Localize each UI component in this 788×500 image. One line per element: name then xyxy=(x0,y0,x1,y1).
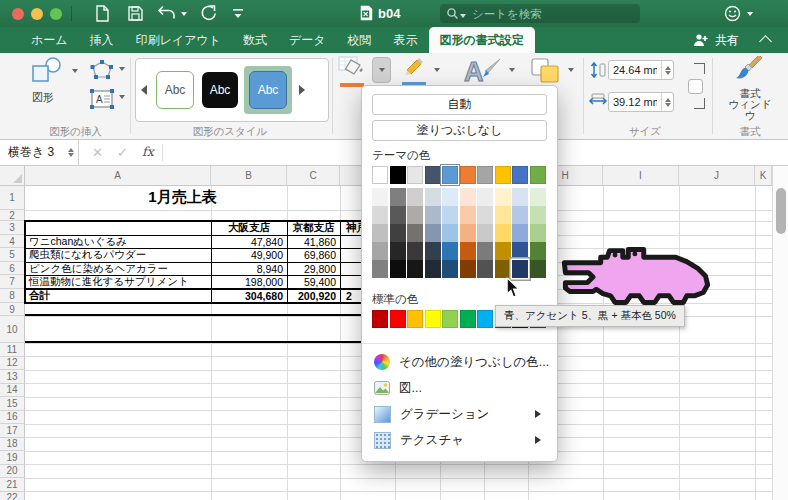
variant-swatch-#EDEDED[interactable] xyxy=(477,188,493,206)
variant-swatch-#A9D08E[interactable] xyxy=(530,224,546,242)
variant-swatch-#833C00[interactable] xyxy=(460,260,476,278)
variant-swatch-#181717[interactable] xyxy=(407,260,423,278)
outline-caret[interactable] xyxy=(434,68,440,72)
row-header-21[interactable]: 21 xyxy=(0,478,25,492)
variant-swatch-#1F4E79[interactable] xyxy=(442,260,458,278)
variant-swatch-#FBE5D6[interactable] xyxy=(460,188,476,206)
variant-swatch-#D9E2F3[interactable] xyxy=(512,188,528,206)
variant-swatch-#D6DCE4[interactable] xyxy=(425,188,441,206)
variant-swatch-#333F4F[interactable] xyxy=(425,242,441,260)
column-header-C[interactable]: C xyxy=(287,166,340,186)
standard-color-swatch-#FFC000[interactable] xyxy=(407,310,423,328)
row-header-16[interactable]: 16 xyxy=(0,411,25,425)
row-header-7[interactable]: 7 xyxy=(0,275,25,289)
variant-swatch-#D0CECE[interactable] xyxy=(407,188,423,206)
edit-points-button[interactable] xyxy=(88,59,116,85)
gallery-next-icon[interactable] xyxy=(299,85,305,95)
cell-a5-product[interactable]: 爬虫類になれるパウダー xyxy=(29,248,209,262)
row-header-19[interactable]: 19 xyxy=(0,451,25,465)
format-pane-button[interactable]: 書式 ウィンドウ xyxy=(724,56,776,121)
theme-color-swatch-#4472C4[interactable] xyxy=(512,166,528,184)
cell-c4-value[interactable]: 41,860 xyxy=(287,235,336,248)
feedback-smiley-icon[interactable] xyxy=(724,5,741,22)
save-icon[interactable] xyxy=(127,5,144,22)
standard-color-swatch-#FF0000[interactable] xyxy=(390,310,406,328)
theme-color-swatch-#70AD47[interactable] xyxy=(530,166,546,184)
variant-swatch-#DEEBF7[interactable] xyxy=(442,188,458,206)
text-effects-caret[interactable] xyxy=(509,68,515,72)
shape-outline-button[interactable] xyxy=(400,56,428,86)
variant-swatch-#FFF2CC[interactable] xyxy=(495,188,511,206)
variant-swatch-#7F7F7F[interactable] xyxy=(390,188,406,206)
cell-b8-total[interactable]: 304,680 xyxy=(211,289,283,303)
theme-color-swatch-#E7E6E6[interactable] xyxy=(407,166,423,184)
theme-color-swatch-#A5A5A5[interactable] xyxy=(477,166,493,184)
cell-c6-value[interactable]: 29,800 xyxy=(287,262,336,275)
sheet-search-field[interactable] xyxy=(440,4,640,23)
row-header-4[interactable]: 4 xyxy=(0,235,25,248)
variant-swatch-#8EAADB[interactable] xyxy=(512,224,528,242)
variant-swatch-#C9C9C9[interactable] xyxy=(477,224,493,242)
undo-menu-caret[interactable] xyxy=(181,12,187,16)
cell-c7-value[interactable]: 59,400 xyxy=(287,275,336,289)
sheet-title-cell[interactable]: 1月売上表 xyxy=(25,188,340,207)
variant-swatch-#FFE699[interactable] xyxy=(495,206,511,224)
text-box-caret[interactable] xyxy=(119,95,125,99)
row-header-8[interactable]: 8 xyxy=(0,289,25,303)
standard-color-swatch-#C00000[interactable] xyxy=(372,310,388,328)
variant-swatch-#BDD7EE[interactable] xyxy=(442,206,458,224)
variant-swatch-#F4B183[interactable] xyxy=(460,224,476,242)
theme-color-swatch-#ED7D31[interactable] xyxy=(460,166,476,184)
theme-color-swatch-selected-#5B9BD5[interactable] xyxy=(442,166,458,184)
variant-swatch-hovered-#1F3864[interactable] xyxy=(512,260,528,278)
lock-aspect-checkbox[interactable] xyxy=(688,79,703,94)
search-scope-caret[interactable] xyxy=(460,14,466,18)
row-header-15[interactable]: 15 xyxy=(0,397,25,411)
arrange-caret[interactable] xyxy=(568,68,574,72)
variant-swatch-#7B7B7B[interactable] xyxy=(477,242,493,260)
insert-function-icon[interactable]: fx xyxy=(142,144,154,159)
variant-swatch-#ACB9CA[interactable] xyxy=(425,206,441,224)
variant-swatch-#808080[interactable] xyxy=(372,260,388,278)
cell-a8-total-label[interactable]: 合計 xyxy=(29,289,209,303)
minimize-window-button[interactable] xyxy=(31,8,43,20)
cell-b6-value[interactable]: 8,940 xyxy=(211,262,283,275)
variant-swatch-#548235[interactable] xyxy=(530,242,546,260)
shapes-caret[interactable] xyxy=(72,69,78,73)
row-header-6[interactable]: 6 xyxy=(0,262,25,275)
variant-swatch-#F2F2F2[interactable] xyxy=(372,188,388,206)
name-box[interactable]: 横巻き 3 xyxy=(0,140,79,165)
standard-color-swatch-#00B0F0[interactable] xyxy=(477,310,493,328)
name-box-stepper[interactable] xyxy=(64,144,78,162)
column-header-A[interactable]: A xyxy=(25,166,211,186)
shape-fill-caret-button[interactable] xyxy=(372,57,391,83)
no-fill-button[interactable]: 塗りつぶしなし xyxy=(372,120,547,141)
variant-swatch-#BF9000[interactable] xyxy=(495,242,511,260)
cell-c5-value[interactable]: 69,860 xyxy=(287,248,336,262)
variant-swatch-#AEAAAA[interactable] xyxy=(407,206,423,224)
shape-style-black[interactable]: Abc xyxy=(202,72,238,108)
variant-swatch-#D9D9D9[interactable] xyxy=(372,206,388,224)
theme-color-swatch-#FFC000[interactable] xyxy=(495,166,511,184)
text-box-button[interactable]: A xyxy=(88,87,116,115)
variant-swatch-#7F6000[interactable] xyxy=(495,260,511,278)
variant-swatch-#C55A11[interactable] xyxy=(460,242,476,260)
row-header-1[interactable]: 1 xyxy=(0,186,25,210)
search-input[interactable] xyxy=(470,7,634,21)
standard-color-swatch-#92D050[interactable] xyxy=(442,310,458,328)
row-header-9[interactable]: 9 xyxy=(0,303,25,316)
ribbon-tab-データ[interactable]: データ xyxy=(278,27,337,53)
close-window-button[interactable] xyxy=(12,8,24,20)
row-header-11[interactable]: 11 xyxy=(0,343,25,357)
variant-swatch-#F8CBAD[interactable] xyxy=(460,206,476,224)
texture-item[interactable]: テクスチャ xyxy=(362,427,557,453)
variant-swatch-#9DC3E6[interactable] xyxy=(442,224,458,242)
row-header-13[interactable]: 13 xyxy=(0,370,25,384)
cell-a6-product[interactable]: ピンク色に染めるヘアカラー xyxy=(29,262,209,275)
variant-swatch-#BFBFBF[interactable] xyxy=(372,224,388,242)
row-header-14[interactable]: 14 xyxy=(0,384,25,398)
variant-swatch-#2E75B6[interactable] xyxy=(442,242,458,260)
cell-a7-product[interactable]: 恒温動物に進化するサプリメント xyxy=(29,275,209,289)
variant-swatch-#8496B0[interactable] xyxy=(425,224,441,242)
ribbon-tab-数式[interactable]: 数式 xyxy=(232,27,278,53)
